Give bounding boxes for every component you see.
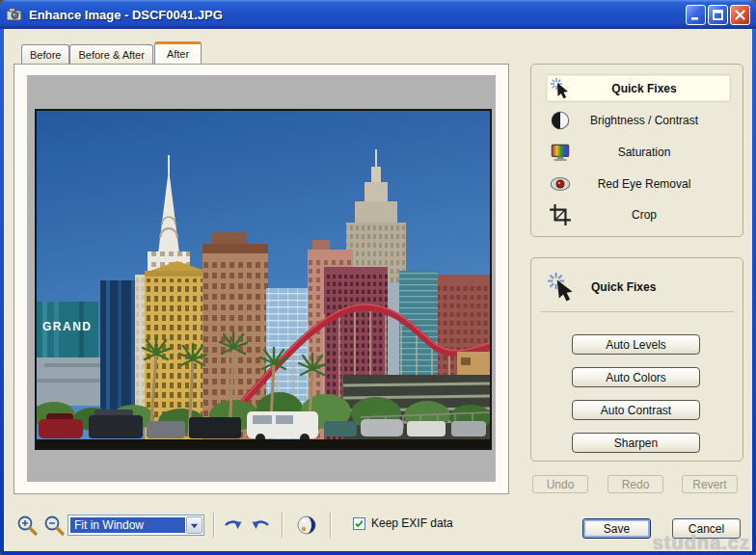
rotate-left-icon <box>249 515 272 538</box>
red-eye-removal-icon <box>549 172 572 196</box>
crop-icon <box>549 203 572 226</box>
tool-label: Quick Fixes <box>573 82 729 95</box>
auto-levels-button[interactable]: Auto Levels <box>572 334 700 355</box>
image-viewer-frame: GRAND <box>14 64 509 494</box>
tool-label: Saturation <box>572 145 730 159</box>
auto-contrast-button[interactable]: Auto Contrast <box>572 400 700 420</box>
minimize-icon <box>689 9 702 21</box>
undo-button[interactable]: Undo <box>532 475 588 493</box>
rotate-right-icon <box>222 515 245 538</box>
toolbar-separator <box>213 513 214 538</box>
viewer-matte: GRAND <box>27 75 496 482</box>
zoom-level-value: Fit in Window <box>70 517 185 533</box>
quick-fixes-panel-title: Quick Fixes <box>591 280 656 294</box>
color-profile-button[interactable] <box>295 514 318 537</box>
toolbar-separator <box>282 513 283 538</box>
zoom-in-button[interactable] <box>15 514 39 537</box>
redo-button[interactable]: Redo <box>608 475 663 493</box>
maximize-icon <box>712 9 724 21</box>
dialog-body: Before Before & After After <box>4 29 752 551</box>
save-button[interactable]: Save <box>582 518 651 539</box>
checkmark-icon <box>354 518 364 529</box>
tab-before-label: Before <box>30 49 61 61</box>
close-icon <box>734 9 746 21</box>
keep-exif-checkbox[interactable] <box>353 517 365 530</box>
quick-fixes-wand-icon <box>550 77 573 100</box>
sharpen-button[interactable]: Sharpen <box>572 433 700 453</box>
zoom-level-select[interactable]: Fit in Window <box>68 515 204 536</box>
quick-fixes-wand-icon <box>547 272 578 303</box>
tool-item-brightness-contrast[interactable]: Brightness / Contrast <box>547 107 730 133</box>
window-title: Enhance Image - DSCF0041.JPG <box>29 8 686 22</box>
tool-label: Red Eye Removal <box>572 177 730 191</box>
titlebar: Enhance Image - DSCF0041.JPG <box>0 0 756 29</box>
tool-item-red-eye-removal[interactable]: Red Eye Removal <box>547 171 730 197</box>
tool-label: Crop <box>572 208 730 222</box>
watermark: studna.cz <box>653 532 750 554</box>
divider <box>541 311 734 312</box>
zoom-in-icon <box>15 514 39 537</box>
tool-item-quick-fixes[interactable]: Quick Fixes <box>547 75 730 101</box>
tab-before-and-after[interactable]: Before & After <box>69 44 152 64</box>
zoom-out-icon <box>42 514 66 537</box>
close-button[interactable] <box>730 5 750 25</box>
saturation-icon <box>549 141 572 164</box>
color-profile-icon <box>295 514 318 537</box>
tool-item-saturation[interactable]: Saturation <box>547 139 730 165</box>
photo-canvas: GRAND <box>37 111 490 448</box>
revert-button[interactable]: Revert <box>682 475 738 493</box>
keep-exif-row: Keep EXIF data <box>353 516 453 530</box>
toolbar-separator <box>330 513 331 538</box>
minimize-button[interactable] <box>686 5 706 25</box>
view-tabs: Before Before & After After <box>21 41 202 64</box>
tab-after-label: After <box>167 48 189 60</box>
quick-fixes-panel: Quick Fixes Auto Levels Auto Colors Auto… <box>530 257 743 462</box>
zoom-out-button[interactable] <box>42 514 66 537</box>
keep-exif-label: Keep EXIF data <box>371 516 453 530</box>
tab-after[interactable]: After <box>154 41 202 64</box>
tool-label: Brightness / Contrast <box>572 114 730 127</box>
rotate-right-button[interactable] <box>222 515 245 538</box>
photo-frame: GRAND <box>35 109 492 450</box>
tab-before-and-after-label: Before & After <box>78 49 144 61</box>
maximize-button[interactable] <box>708 5 728 25</box>
rotate-left-button[interactable] <box>249 515 272 538</box>
camera-icon <box>6 6 23 23</box>
enhance-image-dialog: Enhance Image - DSCF0041.JPG Before Befo… <box>0 0 756 555</box>
chevron-down-icon <box>189 520 200 531</box>
tool-item-crop[interactable]: Crop <box>547 201 730 227</box>
brightness-contrast-icon <box>549 109 572 132</box>
tab-before[interactable]: Before <box>21 44 69 64</box>
combo-dropdown-button[interactable] <box>186 516 202 534</box>
tools-panel: Quick Fixes Brightness / Contrast Satura… <box>530 64 743 237</box>
auto-colors-button[interactable]: Auto Colors <box>572 367 700 387</box>
grand-sign: GRAND <box>42 320 93 333</box>
